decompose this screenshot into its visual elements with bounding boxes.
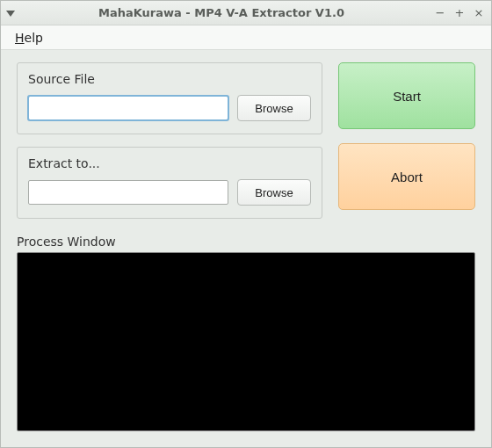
extract-to-label: Extract to... [28,156,311,170]
menu-help[interactable]: Help [10,28,48,47]
window-title: MahaKurawa - MP4 V-A Extractor V1.0 [15,6,428,19]
extract-to-input[interactable] [28,180,228,205]
abort-button[interactable]: Abort [338,143,475,210]
source-file-row: Browse [28,95,311,121]
menu-help-mnemonic: H [15,31,25,45]
titlebar: MahaKurawa - MP4 V-A Extractor V1.0 − + … [1,1,491,25]
left-column: Source File Browse Extract to... Browse [17,62,322,219]
window-menu-icon[interactable] [6,9,15,18]
content-area: Source File Browse Extract to... Browse … [1,50,491,447]
app-window: MahaKurawa - MP4 V-A Extractor V1.0 − + … [0,0,492,448]
source-file-input[interactable] [28,96,228,120]
menu-help-rest: elp [25,31,43,45]
minimize-button[interactable]: − [433,6,447,20]
menubar: Help [1,25,491,50]
right-column: Start Abort [338,62,475,219]
start-button[interactable]: Start [338,62,475,129]
source-file-group: Source File Browse [17,62,322,134]
source-file-label: Source File [28,72,311,86]
source-browse-button[interactable]: Browse [237,95,311,121]
svg-marker-0 [6,11,15,17]
extract-to-group: Extract to... Browse [17,147,322,219]
close-button[interactable]: × [472,6,486,20]
extract-to-row: Browse [28,179,311,206]
process-window-label: Process Window [17,235,475,249]
extract-browse-button[interactable]: Browse [237,179,311,206]
maximize-button[interactable]: + [452,6,467,20]
top-row: Source File Browse Extract to... Browse … [17,62,475,219]
process-window-output [17,252,475,431]
